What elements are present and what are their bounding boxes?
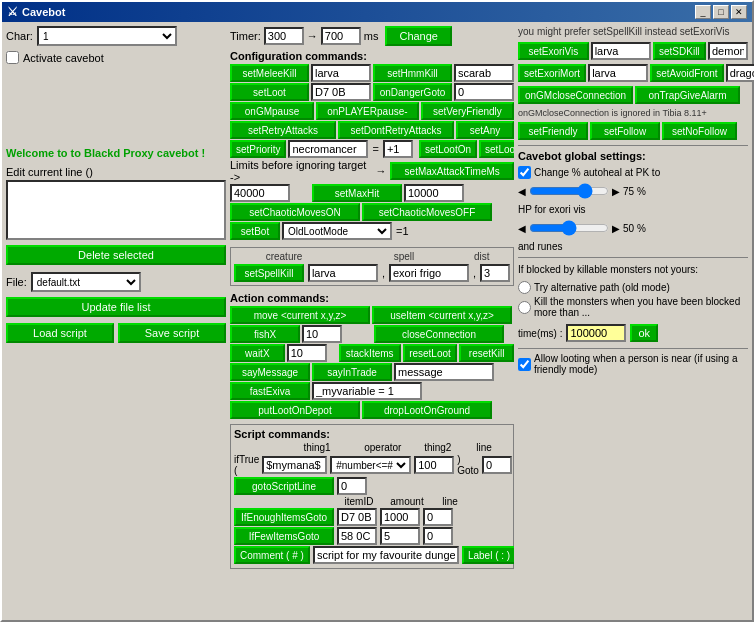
closeConnection-button[interactable]: closeConnection bbox=[374, 325, 504, 343]
setFriendly-button[interactable]: setFriendly bbox=[518, 122, 588, 140]
setMeleeKill-button[interactable]: setMeleeKill bbox=[230, 64, 309, 82]
setChaoticMovesOFF-button[interactable]: setChaoticMovesOFF bbox=[362, 203, 492, 221]
maximize-button[interactable]: □ bbox=[713, 5, 729, 19]
onGMcloseConnection-button[interactable]: onGMcloseConnection bbox=[518, 86, 633, 104]
myvariable-input[interactable] bbox=[312, 382, 422, 400]
setChaoticMovesON-button[interactable]: setChaoticMovesON bbox=[230, 203, 360, 221]
ifEnoughItemsGoto-button[interactable]: IfEnoughItemsGoto bbox=[234, 508, 334, 526]
ifFew-line-input[interactable] bbox=[423, 527, 453, 545]
setMeleeKill-input[interactable] bbox=[311, 64, 371, 82]
setFollow-button[interactable]: setFollow bbox=[590, 122, 660, 140]
stackItems-button[interactable]: stackItems bbox=[339, 344, 401, 362]
waitX-input[interactable] bbox=[287, 344, 327, 362]
setSDKill-input[interactable] bbox=[708, 42, 748, 60]
comment-button[interactable]: Comment ( # ) bbox=[234, 546, 310, 564]
ifEnough-line-input[interactable] bbox=[423, 508, 453, 526]
onPLAYERpause-button[interactable]: onPLAYERpause- bbox=[316, 102, 419, 120]
radio-kill-monsters[interactable] bbox=[518, 301, 531, 314]
radio-old-mode[interactable] bbox=[518, 281, 531, 294]
sayInTrade-button[interactable]: sayInTrade bbox=[312, 363, 392, 381]
hp-slider[interactable] bbox=[529, 183, 609, 199]
spell-input[interactable] bbox=[389, 264, 469, 282]
change-pct-checkbox[interactable] bbox=[518, 166, 531, 179]
setSDKill-button[interactable]: setSDKill bbox=[653, 42, 706, 60]
edit-area[interactable] bbox=[6, 180, 226, 240]
setExoriVis-button[interactable]: setExoriVis bbox=[518, 42, 589, 60]
setHmmKill-input[interactable] bbox=[454, 64, 514, 82]
useItem-button[interactable]: useItem <current x,y,z> bbox=[372, 306, 512, 324]
delete-selected-button[interactable]: Delete selected bbox=[6, 245, 226, 265]
setMaxHit-input[interactable] bbox=[404, 184, 464, 202]
resetKill-button[interactable]: resetKill bbox=[459, 344, 514, 362]
creature-input[interactable] bbox=[308, 264, 378, 282]
putLootOnDepot-button[interactable]: putLootOnDepot bbox=[230, 401, 360, 419]
label-button[interactable]: Label ( : ) bbox=[462, 546, 514, 564]
ok-button[interactable]: ok bbox=[630, 324, 658, 342]
setAvoidFront-input[interactable] bbox=[726, 64, 754, 82]
dropLootOnGround-button[interactable]: dropLootOnGround bbox=[362, 401, 492, 419]
file-dropdown[interactable]: default.txt bbox=[31, 272, 141, 292]
setExoriVis-input[interactable] bbox=[591, 42, 651, 60]
setBot-dropdown[interactable]: OldLootMode bbox=[282, 222, 392, 240]
setVeryFriendly-button[interactable]: setVeryFriendly bbox=[421, 102, 514, 120]
save-script-button[interactable]: Save script bbox=[118, 323, 226, 343]
change-timer-button[interactable]: Change bbox=[385, 26, 452, 46]
setMaxAttackTimeMs-button[interactable]: setMaxAttackTimeMs bbox=[390, 162, 514, 180]
fastExiva-button[interactable]: fastExiva bbox=[230, 382, 310, 400]
setBot-button[interactable]: setBot bbox=[230, 222, 280, 240]
setDontRetryAttacks-button[interactable]: setDontRetryAttacks bbox=[338, 121, 454, 139]
setMaxHit-button[interactable]: setMaxHit bbox=[312, 184, 402, 202]
setRetryAttacks-button[interactable]: setRetryAttacks bbox=[230, 121, 336, 139]
setSpellKill-button[interactable]: setSpellKill bbox=[234, 264, 304, 282]
minimize-button[interactable]: _ bbox=[695, 5, 711, 19]
setAvoidFront-button[interactable]: setAvoidFront bbox=[650, 64, 724, 82]
sayMessage-button[interactable]: sayMessage bbox=[230, 363, 310, 381]
ifEnough-itemID-input[interactable] bbox=[337, 508, 377, 526]
timer-max-input[interactable] bbox=[321, 27, 361, 45]
setLoot-button[interactable]: setLoot bbox=[230, 83, 309, 101]
waitX-button[interactable]: waitX bbox=[230, 344, 285, 362]
resetLoot-button[interactable]: resetLoot bbox=[403, 344, 458, 362]
setAny-button[interactable]: setAny bbox=[456, 121, 514, 139]
fishX-input[interactable] bbox=[302, 325, 342, 343]
max-attack-time-input[interactable] bbox=[230, 184, 290, 202]
load-script-button[interactable]: Load script bbox=[6, 323, 114, 343]
runes-slider[interactable] bbox=[529, 220, 609, 236]
comment-input[interactable] bbox=[313, 546, 459, 564]
setPriority-input[interactable] bbox=[288, 140, 368, 158]
setHmmKill-button[interactable]: setHmmKill bbox=[373, 64, 452, 82]
setLootOff-button[interactable]: setLootOff bbox=[479, 140, 514, 158]
setLoot-input[interactable] bbox=[311, 83, 371, 101]
setNoFollow-button[interactable]: setNoFollow bbox=[662, 122, 737, 140]
setPriority-button[interactable]: setPriority bbox=[230, 140, 286, 158]
activate-checkbox[interactable] bbox=[6, 51, 19, 64]
close-button[interactable]: ✕ bbox=[731, 5, 747, 19]
onTrapGiveAlarm-button[interactable]: onTrapGiveAlarm bbox=[635, 86, 740, 104]
gotoScriptLine-input[interactable] bbox=[337, 477, 367, 495]
iftrue-operator-dropdown[interactable]: #number<=# bbox=[330, 456, 411, 474]
dist-input[interactable] bbox=[480, 264, 510, 282]
move-xyz-button[interactable]: move <current x,y,z> bbox=[230, 306, 370, 324]
onGMpause-button[interactable]: onGMpause bbox=[230, 102, 314, 120]
setLootOn-button[interactable]: setLootOn bbox=[419, 140, 477, 158]
gotoScriptLine-button[interactable]: gotoScriptLine bbox=[234, 477, 334, 495]
setExoriMort-button[interactable]: setExoriMort bbox=[518, 64, 586, 82]
update-file-list-button[interactable]: Update file list bbox=[6, 297, 226, 317]
onDangerGoto-input[interactable] bbox=[454, 83, 514, 101]
ifEnough-amount-input[interactable] bbox=[380, 508, 420, 526]
ifFewItemsGoto-button[interactable]: IfFewItemsGoto bbox=[234, 527, 334, 545]
iftrue-thing1-input[interactable] bbox=[262, 456, 327, 474]
iftrue-goto-input[interactable] bbox=[482, 456, 512, 474]
ifFew-itemID-input[interactable] bbox=[337, 527, 377, 545]
allow-looting-checkbox[interactable] bbox=[518, 358, 531, 371]
ifFew-amount-input[interactable] bbox=[380, 527, 420, 545]
time-input[interactable] bbox=[566, 324, 626, 342]
fishX-button[interactable]: fishX bbox=[230, 325, 300, 343]
onDangerGoto-button[interactable]: onDangerGoto bbox=[373, 83, 452, 101]
say-message-input[interactable] bbox=[394, 363, 494, 381]
char-dropdown[interactable]: 1 bbox=[37, 26, 177, 46]
iftrue-thing2-input[interactable] bbox=[414, 456, 454, 474]
priority-val-input[interactable] bbox=[383, 140, 413, 158]
timer-min-input[interactable] bbox=[264, 27, 304, 45]
setExoriMort-input[interactable] bbox=[588, 64, 648, 82]
